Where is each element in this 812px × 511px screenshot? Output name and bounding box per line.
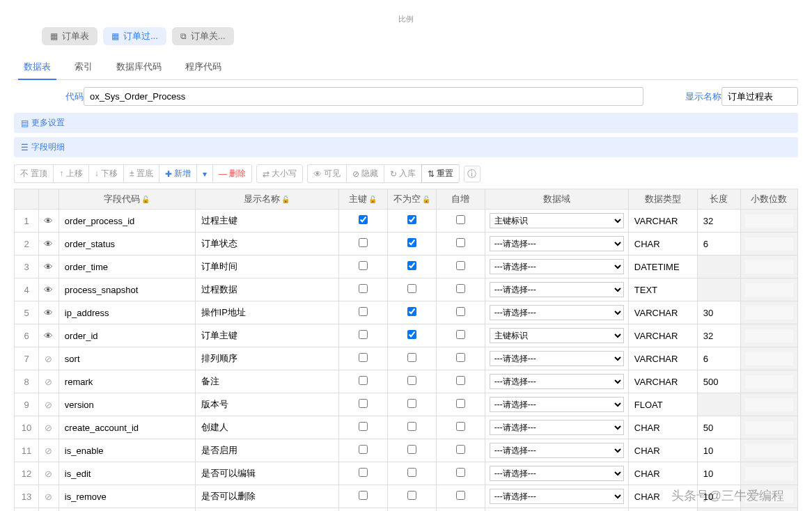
pk-checkbox[interactable] <box>359 376 368 385</box>
datatype-input[interactable] <box>633 283 693 297</box>
visibility-toggle-icon[interactable]: 👁 <box>44 262 53 272</box>
table-row[interactable]: 8 ⊘ ---请选择--- <box>15 370 798 393</box>
datatype-input[interactable] <box>633 467 693 480</box>
length-input[interactable] <box>702 444 736 457</box>
domain-select[interactable]: 主键标识 <box>490 213 624 228</box>
autoinc-checkbox[interactable] <box>456 468 465 477</box>
domain-select[interactable]: ---请选择--- <box>490 489 624 504</box>
domain-select[interactable]: ---请选择--- <box>490 305 624 320</box>
autoinc-checkbox[interactable] <box>456 215 465 224</box>
pk-checkbox[interactable] <box>359 284 368 293</box>
domain-select[interactable]: ---请选择--- <box>490 351 624 366</box>
table-row[interactable]: 5 👁 ---请选择--- <box>15 301 798 324</box>
decimals-input[interactable] <box>745 352 794 365</box>
table-row[interactable]: 10 ⊘ ---请选择--- <box>15 416 798 439</box>
field-name-input[interactable] <box>200 352 334 365</box>
visibility-toggle-icon[interactable]: 👁 <box>44 285 53 295</box>
field-code-input[interactable] <box>63 237 191 251</box>
datatype-input[interactable] <box>633 444 693 457</box>
datatype-input[interactable] <box>633 306 693 320</box>
visibility-toggle-icon[interactable]: 👁 <box>44 308 53 318</box>
field-name-input[interactable] <box>200 398 334 411</box>
table-row[interactable]: 11 ⊘ ---请选择--- <box>15 439 798 462</box>
field-name-input[interactable] <box>200 444 334 457</box>
field-code-input[interactable] <box>63 283 191 297</box>
decimals-input[interactable] <box>745 306 794 320</box>
datatype-input[interactable] <box>633 237 693 251</box>
pk-checkbox[interactable] <box>359 422 368 431</box>
visibility-toggle-icon[interactable]: ⊘ <box>45 354 52 364</box>
length-input[interactable] <box>702 467 736 480</box>
length-input[interactable] <box>702 352 736 365</box>
pk-checkbox[interactable] <box>359 353 368 362</box>
length-input[interactable] <box>702 490 736 503</box>
datatype-input[interactable] <box>633 375 693 388</box>
autoinc-checkbox[interactable] <box>456 422 465 431</box>
table-row[interactable]: 13 ⊘ ---请选择--- <box>15 485 798 508</box>
display-name-input[interactable] <box>721 87 798 106</box>
notnull-checkbox[interactable] <box>407 468 416 477</box>
field-code-input[interactable] <box>63 490 191 503</box>
domain-select[interactable]: ---请选择--- <box>490 420 624 435</box>
visibility-toggle-icon[interactable]: ⊘ <box>45 377 52 387</box>
notnull-checkbox[interactable] <box>407 284 416 293</box>
domain-select[interactable]: ---请选择--- <box>490 236 624 251</box>
autoinc-checkbox[interactable] <box>456 261 465 270</box>
visible-button[interactable]: 👁 可见 <box>307 164 346 183</box>
sub-tab[interactable]: 数据库代码 <box>111 55 167 80</box>
field-name-input[interactable] <box>200 306 334 320</box>
decimals-input[interactable] <box>745 375 794 388</box>
field-name-input[interactable] <box>200 237 334 251</box>
visibility-toggle-icon[interactable]: ⊘ <box>45 400 52 410</box>
decimals-input[interactable] <box>745 283 794 297</box>
notnull-checkbox[interactable] <box>407 422 416 431</box>
reset-button[interactable]: ⇅ 重置 <box>421 164 460 183</box>
autoinc-checkbox[interactable] <box>456 330 465 339</box>
decimals-input[interactable] <box>745 467 794 480</box>
table-row[interactable]: 2 👁 ---请选择--- <box>15 233 798 256</box>
field-name-input[interactable] <box>200 467 334 480</box>
delete-button[interactable]: — 删除 <box>212 164 252 183</box>
field-code-input[interactable] <box>63 306 191 320</box>
autoinc-checkbox[interactable] <box>456 307 465 316</box>
field-code-input[interactable] <box>63 260 191 274</box>
up-button[interactable]: ↑ 上移 <box>53 164 88 183</box>
field-code-input[interactable] <box>63 329 191 343</box>
sub-tab[interactable]: 数据表 <box>18 55 56 80</box>
domain-select[interactable]: 主键标识 <box>490 328 624 343</box>
table-row[interactable]: 3 👁 ---请选择--- <box>15 256 798 278</box>
decimals-input[interactable] <box>745 421 794 434</box>
pk-checkbox[interactable] <box>359 261 368 270</box>
field-code-input[interactable] <box>63 467 191 480</box>
hide-button[interactable]: ⊘ 隐藏 <box>346 164 384 183</box>
visibility-toggle-icon[interactable]: 👁 <box>44 216 53 226</box>
entity-tab[interactable]: ▦订单过... <box>103 27 166 45</box>
notnull-checkbox[interactable] <box>407 238 416 247</box>
entity-tab[interactable]: ▦订单表 <box>42 27 97 45</box>
pk-checkbox[interactable] <box>359 491 368 500</box>
bottom-button[interactable]: ± 置底 <box>123 164 159 183</box>
autoinc-checkbox[interactable] <box>456 376 465 385</box>
length-input[interactable] <box>702 237 736 251</box>
decimals-input[interactable] <box>745 329 794 343</box>
notnull-checkbox[interactable] <box>407 491 416 500</box>
length-input[interactable] <box>702 260 736 274</box>
field-name-input[interactable] <box>200 375 334 388</box>
decimals-input[interactable] <box>745 398 794 411</box>
autoinc-checkbox[interactable] <box>456 445 465 454</box>
field-code-input[interactable] <box>63 444 191 457</box>
table-row[interactable]: 14 👁 ---请选择--- <box>15 508 798 512</box>
autoinc-checkbox[interactable] <box>456 284 465 293</box>
datatype-input[interactable] <box>633 398 693 411</box>
domain-select[interactable]: ---请选择--- <box>490 374 624 389</box>
visibility-toggle-icon[interactable]: ⊘ <box>45 469 52 479</box>
table-row[interactable]: 9 ⊘ ---请选择--- <box>15 393 798 416</box>
notnull-checkbox[interactable] <box>407 330 416 339</box>
table-row[interactable]: 12 ⊘ ---请选择--- <box>15 462 798 485</box>
length-input[interactable] <box>702 375 736 388</box>
visibility-toggle-icon[interactable]: 👁 <box>44 239 53 249</box>
field-name-input[interactable] <box>200 214 334 228</box>
visibility-toggle-icon[interactable]: ⊘ <box>45 446 52 456</box>
length-input[interactable] <box>702 329 736 343</box>
table-row[interactable]: 7 ⊘ ---请选择--- <box>15 347 798 370</box>
